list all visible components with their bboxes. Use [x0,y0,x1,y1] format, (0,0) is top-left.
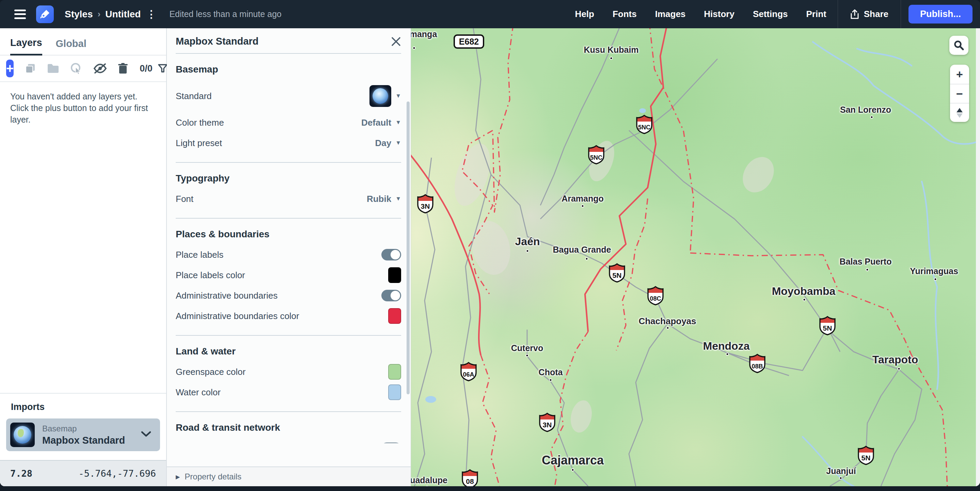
map-canvas[interactable]: mangaKusu KubaimSan LorenzoAramangoJaénB… [411,28,980,486]
zoom-in-button[interactable]: + [950,65,969,84]
admin-boundaries-toggle[interactable] [381,290,401,301]
filter-layers-icon[interactable] [158,64,167,73]
light-preset-dropdown[interactable]: Day ▼ [375,138,401,148]
map-right-scroll-strip[interactable] [976,28,980,486]
row-color-theme: Color theme Default ▼ [176,112,401,133]
section-heading-basemap: Basemap [176,64,401,75]
menu-icon[interactable] [14,10,26,19]
map-place-dot [803,298,806,301]
imports-section: Imports Basemap Mapbox Standard [0,393,166,460]
delete-layer-trash-icon[interactable] [118,63,128,74]
map-search-button[interactable] [949,36,969,55]
font-dropdown[interactable]: Rubik ▼ [367,194,401,204]
boundary-solid-lines [411,28,668,355]
row-place-labels-color: Place labels color [176,265,401,285]
paintbrush-icon [40,9,50,19]
divider [900,0,901,28]
coordinates-value: -5.764,-77.696 [78,468,156,479]
svg-text:5N: 5N [612,272,622,279]
place-labels-color-swatch[interactable] [388,267,401,283]
nav-help[interactable]: Help [575,9,594,19]
group-folder-icon[interactable] [47,64,59,73]
nav-settings[interactable]: Settings [753,9,788,19]
row-water-color: Water color [176,382,401,402]
hide-layer-eye-off-icon[interactable] [93,63,107,74]
add-layer-button[interactable]: + [6,60,14,77]
water-color-swatch[interactable] [388,385,401,400]
inspector-scrollbar[interactable] [407,102,410,394]
map-place-label: Yurimaguas [910,266,958,276]
nav-fonts[interactable]: Fonts [612,9,637,19]
compass-down-icon [956,113,963,118]
publish-button[interactable]: Publish... [908,5,972,24]
divider [838,0,838,28]
import-name-label: Mapbox Standard [42,435,125,446]
map-place-dot [839,477,842,480]
breadcrumb-style-name[interactable]: Untitled [105,9,141,20]
map-place-label: Cajamarca [542,453,604,467]
map-status-bar: 7.28 -5.764,-77.696 [0,460,166,486]
svg-text:08: 08 [466,477,474,485]
color-theme-dropdown[interactable]: Default ▼ [361,118,401,128]
map-place-label: Juanjuí [826,466,856,476]
map-place-dot [610,57,613,60]
map-place-label: uadalupe [411,475,447,485]
font-label: Font [176,194,193,204]
inspector-scroll-area[interactable]: Basemap Standard ▼ Color theme Default ▼… [167,54,410,467]
map-place-dot [526,354,529,357]
select-features-icon[interactable] [70,62,83,75]
compass-reset-button[interactable] [950,103,969,122]
map-place-label: Kusu Kubaim [584,45,638,55]
map-place-dot [549,379,552,382]
highway-shield-icon: 3N [538,412,556,434]
map-place-dot [413,47,416,50]
mapbox-studio-logo[interactable] [36,5,54,23]
row-greenspace-color: Greenspace color [176,362,401,382]
section-heading-places: Places & boundaries [176,229,401,240]
property-details-expander[interactable]: ▶ Property details [167,467,410,486]
content-frame: Layers Global + 0/0 [0,28,980,486]
basemap-style-thumbnail[interactable] [369,85,391,107]
duplicate-layer-icon[interactable] [24,63,36,74]
search-icon [954,40,964,51]
nav-print[interactable]: Print [806,9,826,19]
zoom-out-button[interactable]: − [950,84,969,103]
breadcrumb-section[interactable]: Styles [65,9,93,20]
highway-shield-icon: 3N [417,194,434,215]
admin-boundaries-color-swatch[interactable] [388,308,401,324]
highway-shield-icon: 08B [748,353,766,375]
top-bar: Styles › Untitled ⋮ Edited less than a m… [0,0,980,28]
basemap-style-dropdown[interactable]: ▼ [369,85,401,107]
expand-arrow-icon: ▶ [176,474,180,480]
nav-history[interactable]: History [704,9,735,19]
share-label: Share [864,9,888,19]
map-place-dot [934,278,937,281]
nav-images[interactable]: Images [655,9,686,19]
svg-text:08B: 08B [751,363,763,370]
water-color-label: Water color [176,387,221,398]
tab-global[interactable]: Global [56,38,86,55]
place-labels-toggle[interactable] [381,249,401,261]
map-place-label: Jaén [515,235,540,248]
highway-shield-icon: 08 [461,469,479,486]
row-light-preset: Light preset Day ▼ [176,133,401,153]
dropdown-arrow-icon: ▼ [395,195,401,202]
svg-text:3N: 3N [421,202,430,210]
greenspace-color-swatch[interactable] [388,364,401,380]
style-options-kebab-icon[interactable]: ⋮ [146,8,156,20]
road-labels-toggle[interactable] [381,442,401,443]
compass-up-icon [956,108,963,112]
highway-shield-icon: 5N [608,263,626,284]
map-lines-layer [411,28,980,486]
imports-heading: Imports [11,402,160,412]
tab-layers[interactable]: Layers [10,37,42,56]
svg-text:5NC: 5NC [638,124,651,131]
import-basemap-card[interactable]: Basemap Mapbox Standard [6,418,160,451]
close-icon[interactable] [391,37,401,47]
share-button[interactable]: Share [850,9,888,19]
chevron-down-icon[interactable] [141,431,151,439]
highway-shield-icon: 5NC [635,114,653,135]
sidebar-tabs: Layers Global [0,28,166,56]
place-labels-label: Place labels [176,249,223,260]
map-place-label: Cutervo [511,343,543,353]
